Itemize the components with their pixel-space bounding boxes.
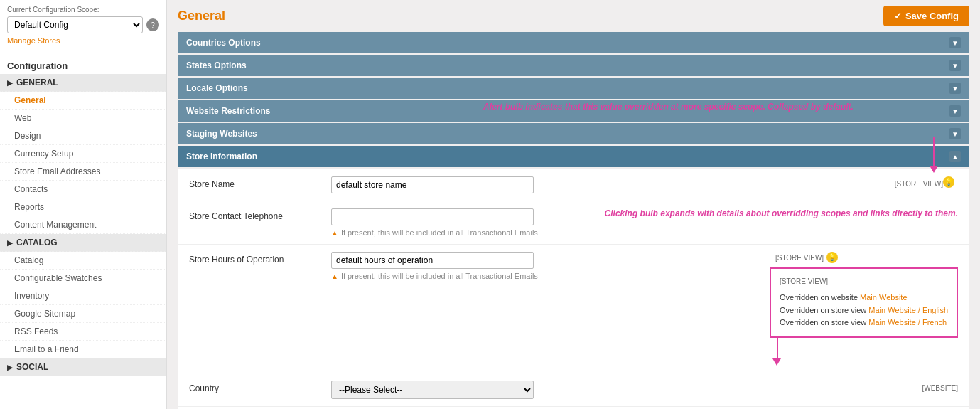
sidebar-item-web[interactable]: Web xyxy=(0,110,166,127)
sidebar-item-design[interactable]: Design xyxy=(0,127,166,145)
sidebar-item-email-to-friend[interactable]: Email to a Friend xyxy=(0,341,166,358)
sidebar-item-currency-setup[interactable]: Currency Setup xyxy=(0,145,166,163)
sidebar-item-catalog[interactable]: Catalog xyxy=(0,252,166,270)
store-name-bulb-icon[interactable]: 💡 xyxy=(943,176,954,188)
scope-help-icon[interactable]: ? xyxy=(146,18,159,31)
sidebar-general-items: General Web Design Currency Setup Store … xyxy=(0,92,166,234)
sidebar-item-rss-feeds[interactable]: RSS Feeds xyxy=(0,323,166,341)
sidebar-item-content-mgmt[interactable]: Content Management xyxy=(0,216,166,234)
sidebar-item-configurable-swatches[interactable]: Configurable Swatches xyxy=(0,270,166,287)
sidebar-section-general[interactable]: ▶ GENERAL xyxy=(0,74,166,92)
store-info-content: Store Name [STORE VIEW] 💡 xyxy=(178,169,969,409)
sidebar-item-general[interactable]: General xyxy=(0,92,166,110)
manage-stores-link[interactable]: Manage Stores xyxy=(7,36,60,45)
scope-select[interactable]: Default Config xyxy=(7,16,143,33)
page-title: General xyxy=(178,9,225,23)
sidebar: Current Configuration Scope: Default Con… xyxy=(0,0,167,409)
store-hours-bulb-icon[interactable]: 💡 xyxy=(826,252,838,263)
triangle-icon: ▲ xyxy=(331,229,338,237)
store-name-input[interactable] xyxy=(331,176,534,193)
override-popup: [STORE VIEW] Overridden on website Main … xyxy=(770,267,958,338)
sidebar-item-contacts[interactable]: Contacts xyxy=(0,181,166,198)
chevron-icon: ▼ xyxy=(949,37,961,48)
chevron-icon: ▼ xyxy=(949,60,961,71)
override-website-link[interactable]: Main Website xyxy=(860,293,907,302)
website-restrictions-row: Website Restrictions ▼ Alert bulb indica… xyxy=(178,100,969,122)
configuration-heading: Configuration xyxy=(0,53,166,74)
store-hours-label: Store Hours of Operation xyxy=(189,252,331,265)
sidebar-item-store-email[interactable]: Store Email Addresses xyxy=(0,163,166,181)
section-bar-website-restrictions[interactable]: Website Restrictions ▼ xyxy=(178,100,969,122)
sidebar-catalog-items: Catalog Configurable Swatches Inventory … xyxy=(0,252,166,358)
sidebar-item-inventory[interactable]: Inventory xyxy=(0,287,166,305)
store-contact-phone-label: Store Contact Telephone xyxy=(189,208,331,221)
sidebar-section-social[interactable]: ▶ SOCIAL xyxy=(0,358,166,376)
chevron-icon: ▼ xyxy=(949,128,961,139)
store-contact-phone-input[interactable] xyxy=(331,208,534,225)
override-website-row: Overridden on website Main Website xyxy=(780,292,948,304)
sidebar-item-google-sitemap[interactable]: Google Sitemap xyxy=(0,305,166,323)
country-select[interactable]: --Please Select-- xyxy=(331,381,534,399)
store-name-label: Store Name xyxy=(189,176,331,189)
store-contact-phone-field: ▲ If present, this will be included in a… xyxy=(331,208,599,237)
chevron-icon: ▼ xyxy=(949,105,961,117)
override-storeview1-row: Overridden on store view Main Website / … xyxy=(780,304,948,317)
store-contact-phone-row: Store Contact Telephone ▲ If present, th… xyxy=(178,201,969,245)
store-name-row: Store Name [STORE VIEW] 💡 xyxy=(178,169,969,201)
sidebar-item-reports[interactable]: Reports xyxy=(0,198,166,216)
country-label: Country xyxy=(189,381,331,393)
override-popup-scope: [STORE VIEW] xyxy=(780,276,948,287)
save-config-button[interactable]: ✓ Save Config xyxy=(883,6,969,26)
annotation-click-hint: Clicking bulb expands with details about… xyxy=(605,208,958,218)
override-storeview2-row: Overridden on store view Main Website / … xyxy=(780,317,948,329)
sidebar-section-catalog[interactable]: ▶ CATALOG xyxy=(0,234,166,252)
section-bar-states[interactable]: States Options ▼ xyxy=(178,55,969,76)
override-storeview1-link[interactable]: Main Website / English xyxy=(868,306,948,314)
section-bar-locale[interactable]: Locale Options ▼ xyxy=(178,78,969,99)
store-contact-phone-hint: ▲ If present, this will be included in a… xyxy=(331,228,599,237)
store-hours-row: Store Hours of Operation ▲ If present, t… xyxy=(178,245,969,373)
triangle-icon-hours: ▲ xyxy=(331,272,338,280)
store-hours-field: ▲ If present, this will be included in a… xyxy=(331,252,764,280)
section-bar-countries[interactable]: Countries Options ▼ xyxy=(178,32,969,53)
scope-label: Current Configuration Scope: xyxy=(7,6,159,14)
country-field: --Please Select-- xyxy=(331,381,916,399)
main-content: General ✓ Save Config Countries Options … xyxy=(167,0,980,409)
section-bar-store-info[interactable]: Store Information ▲ xyxy=(178,146,969,167)
override-storeview2-link[interactable]: Main Website / French xyxy=(868,318,947,326)
section-bar-staging[interactable]: Staging Websites ▼ xyxy=(178,123,969,144)
chevron-up-icon: ▲ xyxy=(949,151,961,162)
top-bar: General ✓ Save Config xyxy=(167,0,980,32)
store-hours-input[interactable] xyxy=(331,252,534,269)
config-area: Countries Options ▼ States Options ▼ Loc… xyxy=(167,32,980,409)
store-hours-hint: ▲ If present, this will be included in a… xyxy=(331,272,764,280)
save-icon: ✓ xyxy=(894,11,902,21)
country-scope: [WEBSITE] xyxy=(922,381,958,392)
scope-section: Current Configuration Scope: Default Con… xyxy=(0,0,166,53)
store-name-scope: [STORE VIEW] xyxy=(895,176,943,188)
country-row: Country --Please Select-- [WEBSITE] xyxy=(178,373,969,407)
chevron-icon: ▼ xyxy=(949,83,961,94)
store-hours-scope: [STORE VIEW] xyxy=(775,254,824,262)
store-name-field xyxy=(331,176,883,193)
